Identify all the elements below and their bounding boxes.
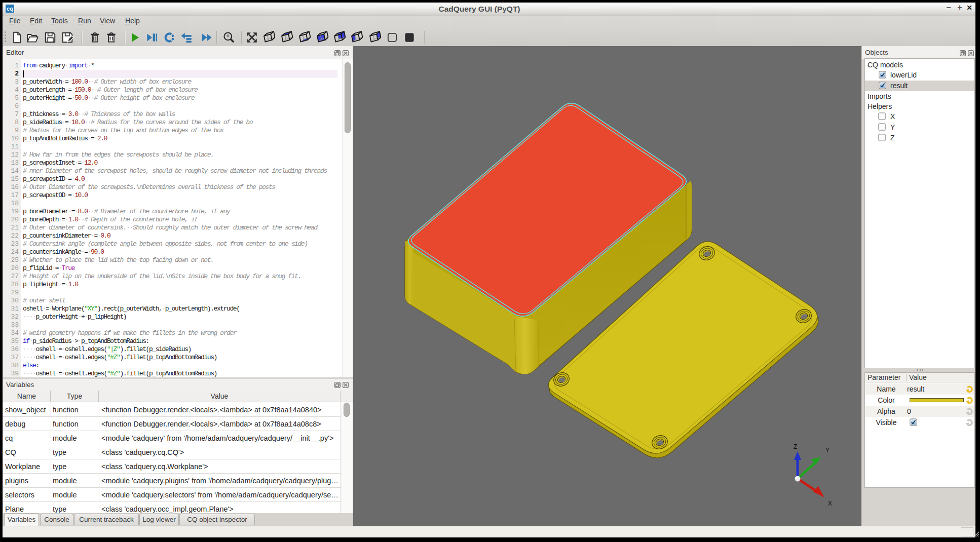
svg-text:Z: Z <box>794 443 797 450</box>
svg-text:X: X <box>828 500 832 507</box>
svg-text:Y: Y <box>825 447 830 454</box>
